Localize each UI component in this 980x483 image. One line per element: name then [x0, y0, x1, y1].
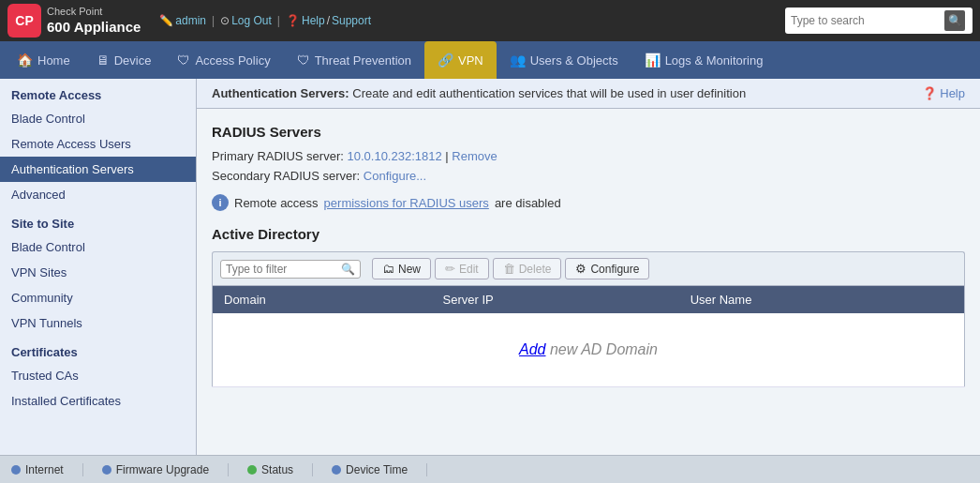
empty-cell: Add new AD Domain [213, 313, 965, 387]
main-nav: 🏠 Home 🖥 Device 🛡 Access Policy 🛡 Threat… [0, 41, 980, 79]
tab-home[interactable]: 🏠 Home [4, 41, 83, 79]
vpn-icon: 🔗 [438, 53, 453, 68]
radius-title: RADIUS Servers [212, 124, 965, 140]
new-icon: 🗂 [382, 262, 394, 276]
info-text-post: are disabled [495, 196, 561, 210]
edit-icon: ✏ [445, 262, 455, 276]
help-link[interactable]: Help [302, 14, 325, 27]
primary-radius-link[interactable]: 10.0.10.232:1812 [347, 149, 441, 163]
device-icon: 🖥 [97, 53, 110, 68]
edit-button[interactable]: ✏ Edit [435, 258, 489, 279]
primary-radius-row: Primary RADIUS server: 10.0.10.232:1812 … [212, 149, 965, 163]
sidebar-item-trusted-cas[interactable]: Trusted CAs [0, 363, 196, 388]
ad-title: Active Directory [212, 226, 965, 242]
configure-secondary-link[interactable]: Configure... [364, 169, 426, 183]
info-box: i Remote access permissions for RADIUS u… [212, 194, 965, 211]
search-box: 🔍 [785, 8, 973, 34]
configure-button[interactable]: ⚙ Configure [565, 258, 649, 279]
filter-input[interactable] [226, 263, 338, 276]
firmware-dot [102, 465, 111, 475]
delete-button[interactable]: 🗑 Delete [493, 258, 562, 279]
tab-threat-prevention[interactable]: 🛡 Threat Prevention [284, 41, 424, 79]
status-bar: Internet Firmware Upgrade Status Device … [0, 455, 980, 483]
sidebar-item-authentication-servers[interactable]: Authentication Servers [0, 157, 196, 182]
ad-table: Domain Server IP User Name Add new AD Do… [212, 285, 965, 387]
panel-body: RADIUS Servers Primary RADIUS server: 10… [197, 109, 980, 402]
status-firmware: Firmware Upgrade [83, 463, 229, 476]
status-internet: Internet [11, 463, 83, 476]
sidebar: Remote Access Blade Control Remote Acces… [0, 79, 197, 455]
internet-dot [11, 465, 21, 475]
remove-link[interactable]: Remove [452, 149, 497, 163]
secondary-radius-row: Secondary RADIUS server: Configure... [212, 169, 965, 183]
panel-header-label: Authentication Servers: [212, 86, 349, 100]
support-link[interactable]: Support [332, 14, 371, 27]
col-username: User Name [679, 286, 965, 314]
admin-link[interactable]: admin [175, 14, 206, 27]
primary-radius-label: Primary RADIUS server: [212, 149, 344, 163]
panel-header-desc: Create and edit authentication services … [352, 86, 746, 100]
model-name: 600 Appliance [47, 19, 141, 36]
home-icon: 🏠 [17, 53, 33, 68]
tab-access-policy[interactable]: 🛡 Access Policy [164, 41, 283, 79]
permissions-link[interactable]: permissions for RADIUS users [324, 196, 489, 210]
content-area: Remote Access Blade Control Remote Acces… [0, 79, 980, 455]
ad-toolbar: 🔍 🗂 New ✏ Edit 🗑 Delete ⚙ Configure [212, 251, 965, 285]
empty-row: Add new AD Domain [213, 313, 965, 387]
sidebar-item-installed-certificates[interactable]: Installed Certificates [0, 388, 196, 414]
logout-link[interactable]: Log Out [231, 14, 272, 27]
sidebar-item-vpn-sites[interactable]: VPN Sites [0, 260, 196, 285]
sidebar-section-site-to-site: Site to Site [0, 207, 196, 234]
sidebar-item-community[interactable]: Community [0, 285, 196, 310]
tab-vpn[interactable]: 🔗 VPN [424, 41, 497, 79]
search-input[interactable] [791, 14, 941, 27]
device-time-dot [332, 465, 341, 475]
help-icon: ❓ [286, 14, 300, 27]
sidebar-item-blade-control-sts[interactable]: Blade Control [0, 234, 196, 260]
info-text-pre: Remote access [234, 196, 319, 210]
edit-icon: ✏️ [159, 14, 173, 27]
add-ad-domain-link[interactable]: Add [519, 341, 545, 357]
logo-icon: CP [7, 4, 41, 38]
status-dot-elem [247, 465, 257, 475]
panel-header-text: Authentication Servers: Create and edit … [212, 86, 746, 100]
main-panel: Authentication Servers: Create and edit … [197, 79, 980, 455]
info-icon: i [212, 194, 229, 211]
secondary-radius-label: Secondary RADIUS server: [212, 169, 360, 183]
brand-name: Check Point [47, 6, 141, 18]
filter-search-icon: 🔍 [341, 263, 355, 276]
logo-area: CP Check Point 600 Appliance [7, 4, 141, 38]
tab-device[interactable]: 🖥 Device [83, 41, 165, 79]
tab-logs-monitoring[interactable]: 📊 Logs & Monitoring [631, 41, 777, 79]
users-icon: 👥 [510, 53, 526, 68]
configure-icon: ⚙ [575, 262, 587, 276]
filter-input-wrap: 🔍 [220, 260, 361, 279]
sidebar-item-remote-access-users[interactable]: Remote Access Users [0, 131, 196, 157]
status-device-time: Device Time [313, 463, 427, 476]
panel-header: Authentication Servers: Create and edit … [197, 79, 980, 109]
col-domain: Domain [213, 286, 432, 314]
status-status: Status [229, 463, 313, 476]
new-button[interactable]: 🗂 New [372, 258, 431, 279]
delete-icon: 🗑 [503, 262, 515, 276]
panel-help-link[interactable]: ❓ Help [922, 86, 965, 100]
sidebar-section-certificates: Certificates [0, 336, 196, 363]
top-nav-links: ✏️ admin | ⊙ Log Out | ❓ Help / Support [159, 14, 776, 27]
access-policy-icon: 🛡 [177, 53, 190, 68]
sidebar-item-vpn-tunnels[interactable]: VPN Tunnels [0, 310, 196, 336]
sidebar-item-advanced[interactable]: Advanced [0, 182, 196, 207]
top-bar: CP Check Point 600 Appliance ✏️ admin | … [0, 0, 980, 41]
logo-text: Check Point 600 Appliance [47, 6, 141, 35]
logs-icon: 📊 [645, 53, 661, 68]
help-circle-icon: ❓ [922, 86, 937, 100]
sidebar-item-blade-control-ra[interactable]: Blade Control [0, 106, 196, 131]
sidebar-section-remote-access: Remote Access [0, 79, 196, 106]
logout-icon: ⊙ [220, 14, 230, 27]
threat-prevention-icon: 🛡 [297, 53, 310, 68]
search-button[interactable]: 🔍 [944, 10, 965, 31]
tab-users-objects[interactable]: 👥 Users & Objects [497, 41, 631, 79]
col-server-ip: Server IP [432, 286, 679, 314]
